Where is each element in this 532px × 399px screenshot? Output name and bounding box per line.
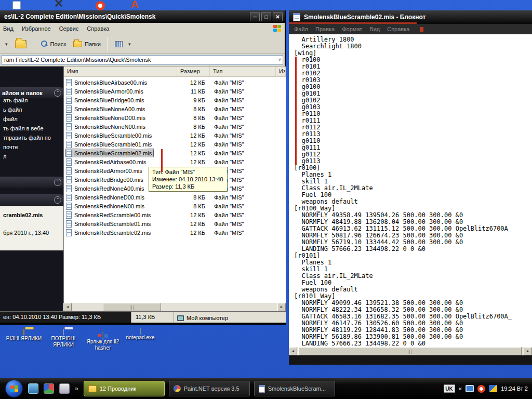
chevron-down-icon[interactable]: ▾ <box>5 42 8 47</box>
start-button[interactable] <box>5 380 23 397</box>
scroll-thumb[interactable] <box>298 347 522 355</box>
taskbar-task-button[interactable]: 12 Проводник <box>84 381 165 396</box>
desktop-icon-rizni-yarlyky[interactable]: РІЗНІ ЯРЛИКИ <box>4 329 44 342</box>
taskbar-task-button[interactable]: Paint.NET версия 3.5 <box>169 381 250 396</box>
file-row[interactable]: SmolenskBlueAirbase00.mis12 КБФайл "MIS" <box>64 78 286 87</box>
file-name-wrap[interactable]: SmolenskRedArmor00.mis <box>65 167 144 175</box>
up-folder-icon[interactable] <box>15 40 26 48</box>
file-row[interactable]: SmolenskBlueScramble02.mis12 КБФайл "MIS… <box>64 149 286 157</box>
chevron-down-icon[interactable]: ˅ <box>278 57 281 62</box>
file-row[interactable]: SmolenskRedAirbase00.mis12 КБФайл "MIS" <box>64 157 286 166</box>
sidebar-task-link[interactable]: ать файл <box>3 96 63 105</box>
file-name-wrap[interactable]: SmolenskBlueArmor00.mis <box>65 87 145 96</box>
scroll-track[interactable] <box>72 303 277 311</box>
file-name-wrap[interactable]: SmolenskBlueScramble01.mis <box>65 140 153 149</box>
file-name-wrap[interactable]: SmolenskRedNoneA00.mis <box>65 184 146 193</box>
sidebar-task-link[interactable]: ть файл в вебе <box>3 124 63 133</box>
file-name-cell[interactable]: SmolenskRedAirbase00.mis <box>64 157 177 166</box>
column-header-size[interactable]: Размер <box>177 66 210 76</box>
notepad-menu-item[interactable]: Формат <box>342 26 362 32</box>
chevron-up-icon[interactable]: ˆ <box>54 196 61 204</box>
file-row[interactable]: SmolenskBlueNoneA00.mis8 КБФайл "MIS" <box>64 104 286 113</box>
column-header-type[interactable]: Тип <box>210 66 276 76</box>
show-desktop-icon[interactable] <box>28 383 38 394</box>
quick-launch-expand-icon[interactable]: » <box>75 385 78 392</box>
column-header-name[interactable]: Имя <box>64 66 177 76</box>
scroll-right-arrow[interactable]: ► <box>524 347 532 355</box>
explorer-menu-item[interactable]: Сервис <box>59 25 79 32</box>
file-name-cell[interactable]: SmolenskBlueNoneD00.mis <box>64 113 177 122</box>
desktop-icon-potribni-yarlyky[interactable]: ПОТРІБНІ ЯРЛИКИ <box>44 329 83 348</box>
file-name-cell[interactable]: SmolenskBlueNoneN00.mis <box>64 122 177 131</box>
file-row[interactable]: SmolenskBlueNoneN00.mis8 КБФайл "MIS" <box>64 122 286 131</box>
file-name-wrap[interactable]: SmolenskRedAirbase00.mis <box>65 158 148 166</box>
minimize-button[interactable]: ─ <box>250 12 260 21</box>
folders-button[interactable]: Папки <box>70 39 104 49</box>
file-row[interactable]: SmolenskRedNoneN00.mis8 КБФайл "MIS" <box>64 202 286 210</box>
notepad-menu-item[interactable]: Справка <box>387 26 409 32</box>
sidebar-section-details[interactable]: ˆ <box>0 194 63 205</box>
sidebar-section-other[interactable]: ˆ <box>0 177 63 188</box>
scroll-left-arrow[interactable]: ◄ <box>289 347 297 355</box>
sidebar-task-link[interactable]: л <box>3 152 63 161</box>
file-name-cell[interactable]: SmolenskBlueScramble02.mis <box>64 149 177 157</box>
quick-launch-icon[interactable] <box>44 383 54 394</box>
file-name-wrap[interactable]: SmolenskBlueNoneD00.mis <box>65 114 147 122</box>
notepad-text-area[interactable]: Artillery 1800 Searchlight 1800 [wing] r… <box>289 34 532 347</box>
file-name-wrap[interactable]: SmolenskBlueBridge00.mis <box>65 96 146 104</box>
notepad-horizontal-scrollbar[interactable]: ◄ ► <box>289 347 532 355</box>
file-name-cell[interactable]: SmolenskRedScramble02.mis <box>64 228 177 237</box>
views-button[interactable]: ▾ <box>111 39 138 49</box>
desktop-icon-il2-hasher[interactable]: Ярлык для il2 hasher <box>83 332 123 351</box>
tray-expand-icon[interactable]: « <box>459 385 462 392</box>
file-name-cell[interactable]: SmolenskRedScramble01.mis <box>64 219 177 228</box>
scroll-right-arrow[interactable]: ► <box>277 303 286 311</box>
sidebar-task-link[interactable]: почте <box>3 142 63 152</box>
column-header-modified[interactable]: Из <box>276 66 286 76</box>
file-name-cell[interactable]: SmolenskBlueAirbase00.mis <box>64 78 177 87</box>
file-name-wrap[interactable]: SmolenskRedScramble00.mis <box>65 211 152 219</box>
file-name-cell[interactable]: SmolenskBlueNoneA00.mis <box>64 104 177 113</box>
file-row[interactable]: SmolenskBlueBridge00.mis9 КБФайл "MIS" <box>64 96 286 104</box>
close-button[interactable]: ✕ <box>273 12 283 21</box>
notepad-text[interactable]: Artillery 1800 Searchlight 1800 [wing] r… <box>289 34 532 347</box>
file-name-cell[interactable]: SmolenskRedScramble00.mis <box>64 210 177 219</box>
scroll-track[interactable] <box>297 347 524 355</box>
explorer-menu-item[interactable]: Избранное <box>22 25 51 32</box>
clock[interactable]: 19:24 Вт 2 <box>501 385 528 392</box>
file-name-wrap[interactable]: SmolenskRedScramble01.mis <box>65 220 152 228</box>
file-row[interactable]: SmolenskBlueScramble01.mis12 КБФайл "MIS… <box>64 140 286 149</box>
file-row[interactable]: SmolenskRedScramble00.mis12 КБФайл "MIS" <box>64 210 286 219</box>
taskbar-task-button[interactable]: SmolenskBlueScram... <box>254 381 335 396</box>
sidebar-task-link[interactable]: ь файл <box>3 105 63 114</box>
chevron-up-icon[interactable]: ˆ <box>54 179 61 186</box>
file-row[interactable]: SmolenskRedScramble02.mis12 КБФайл "MIS" <box>64 228 286 237</box>
quick-launch-icon[interactable] <box>59 383 70 394</box>
file-row[interactable]: SmolenskBlueArmor00.mis11 КБФайл "MIS" <box>64 87 286 96</box>
file-name-cell[interactable]: SmolenskRedNoneD00.mis <box>64 193 177 202</box>
maximize-button[interactable]: □ <box>261 12 271 21</box>
file-name-wrap[interactable]: SmolenskRedBridge00.mis <box>65 176 145 184</box>
file-row[interactable]: SmolenskBlueNoneD00.mis8 КБФайл "MIS" <box>64 113 286 122</box>
file-name-wrap[interactable]: SmolenskRedNoneN00.mis <box>65 202 146 210</box>
explorer-titlebar[interactable]: es\IL-2 Complete Edition\Missions\Quick\… <box>0 10 285 23</box>
notepad-menu-item[interactable]: Правка <box>315 26 335 32</box>
notepad-menu-item[interactable]: Файл <box>294 26 308 32</box>
display-tray-icon[interactable] <box>466 385 474 392</box>
file-name-cell[interactable]: SmolenskBlueScramble01.mis <box>64 140 177 149</box>
explorer-horizontal-scrollbar[interactable]: ◄ ► <box>63 303 286 311</box>
file-name-wrap[interactable]: SmolenskBlueAirbase00.mis <box>65 78 149 87</box>
explorer-menu-item[interactable]: Справка <box>87 25 109 32</box>
sidebar-task-link[interactable]: тправить файл по <box>3 133 63 142</box>
file-name-wrap[interactable]: SmolenskBlueScramble02.mis <box>65 149 153 157</box>
desktop-icon-notepad-exe[interactable]: notepad.exe <box>121 328 160 341</box>
address-input[interactable]: ram Files\IL-2 Complete Edition\Missions… <box>2 55 283 65</box>
file-name-cell[interactable]: SmolenskBlueBridge00.mis <box>64 96 177 104</box>
notepad-menu-item[interactable]: Вид <box>369 26 380 32</box>
scroll-left-arrow[interactable]: ◄ <box>63 303 72 311</box>
language-indicator[interactable]: UK <box>444 384 455 393</box>
file-name-wrap[interactable]: SmolenskBlueNoneA00.mis <box>65 105 147 113</box>
file-name-cell[interactable]: SmolenskRedNoneN00.mis <box>64 202 177 210</box>
file-name-cell[interactable]: SmolenskBlueArmor00.mis <box>64 87 177 96</box>
desktop-icon-fragment[interactable]: A <box>131 0 138 10</box>
